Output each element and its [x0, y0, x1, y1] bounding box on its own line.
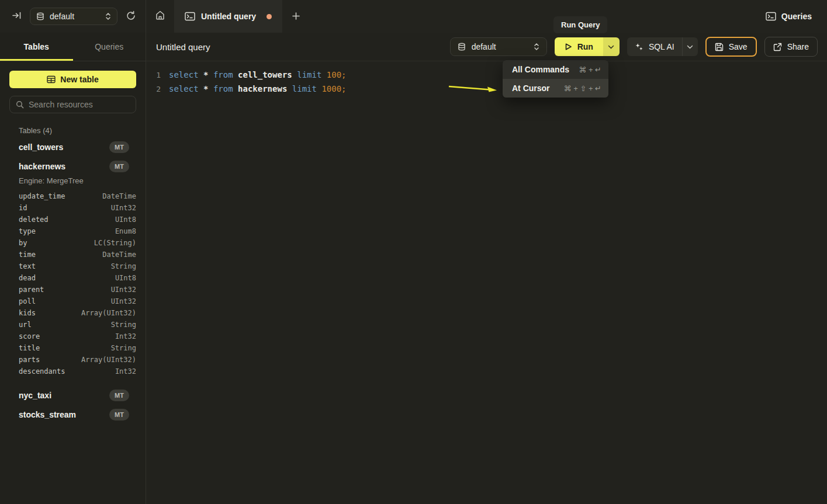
sql-editor[interactable]: 1select * from cell_towers limit 100;2se… — [146, 61, 827, 96]
code-token: limit — [297, 70, 321, 79]
column-row: byLC(String) — [0, 237, 146, 249]
table-name: hackernews — [19, 162, 65, 171]
code-token: ; — [341, 70, 346, 79]
queries-button[interactable]: Queries — [766, 12, 812, 21]
table-row[interactable]: nyc_taxiMT — [0, 385, 146, 405]
column-row: descendantsInt32 — [0, 366, 146, 377]
updown-chevron-icon — [105, 12, 111, 20]
sidebar: Tables Queries New table Tables (4) cell… — [0, 33, 146, 504]
column-row: parentUInt32 — [0, 284, 146, 296]
tab-untitled-query[interactable]: Untitled query — [174, 0, 282, 33]
sidebar-tab-queries[interactable]: Queries — [73, 33, 146, 61]
menu-item-shortcut: ⌘ + ⇧ + ↵ — [564, 84, 601, 93]
table-row[interactable]: stocks_streamMT — [0, 405, 146, 424]
app-root: default Untitled query — [0, 0, 827, 504]
column-type: UInt32 — [111, 204, 136, 212]
column-row: urlString — [0, 319, 146, 331]
menu-item-at-cursor[interactable]: At Cursor⌘ + ⇧ + ↵ — [503, 79, 608, 98]
collapse-sidebar-icon — [12, 11, 22, 22]
menu-item-label: At Cursor — [512, 84, 550, 93]
search-input[interactable] — [29, 100, 130, 109]
table-engine-label: Engine: MergeTree — [0, 176, 146, 190]
home-tab[interactable] — [146, 0, 174, 33]
database-icon — [36, 12, 44, 21]
new-tab-button[interactable] — [282, 0, 309, 33]
column-name: update_time — [19, 192, 65, 200]
new-table-button[interactable]: New table — [9, 71, 136, 88]
column-row: scoreInt32 — [0, 331, 146, 342]
code-line[interactable]: 2select * from hackernews limit 1000; — [146, 82, 827, 96]
column-type: Array(UInt32) — [81, 356, 136, 364]
line-number: 2 — [146, 85, 161, 93]
run-button[interactable]: Run — [555, 37, 620, 56]
table-name: nyc_taxi — [19, 391, 51, 400]
unsaved-dot — [267, 14, 272, 19]
column-row: deletedUInt8 — [0, 214, 146, 225]
toolbar-actions: default Run — [450, 37, 818, 57]
column-row: typeEnum8 — [0, 225, 146, 237]
column-row: kidsArray(UInt32) — [0, 307, 146, 319]
refresh-button[interactable] — [126, 11, 136, 23]
save-button-label: Save — [729, 42, 748, 51]
toolbar-database-select[interactable]: default — [450, 37, 547, 56]
column-type: Int32 — [115, 367, 136, 376]
code-token — [199, 84, 203, 93]
engine-badge: MT — [109, 390, 129, 401]
column-name: poll — [19, 297, 36, 305]
topbar: default Untitled query — [0, 0, 827, 33]
share-button-label: Share — [787, 42, 809, 51]
column-type: UInt32 — [111, 286, 136, 294]
column-type: String — [111, 262, 136, 270]
column-row: deadUInt8 — [0, 272, 146, 284]
code-text: select * from cell_towers limit 100; — [169, 70, 347, 79]
menu-item-all-commands[interactable]: All Commands⌘ + ↵ — [503, 60, 608, 79]
code-token: hackernews — [238, 84, 287, 93]
column-name: kids — [19, 309, 36, 317]
column-row: timeDateTime — [0, 249, 146, 260]
run-button-main[interactable]: Run — [555, 37, 603, 56]
run-query-tooltip: Run Query — [553, 16, 607, 33]
collapse-sidebar-button[interactable] — [12, 11, 22, 22]
page-title: Untitled query — [156, 42, 210, 52]
search-icon — [16, 100, 24, 109]
refresh-icon — [126, 11, 136, 23]
toolbar-database-value: default — [472, 42, 528, 51]
column-type: LC(String) — [94, 239, 136, 247]
share-button[interactable]: Share — [764, 37, 818, 57]
column-type: Enum8 — [115, 227, 136, 235]
column-name: deleted — [19, 215, 49, 224]
column-row: update_timeDateTime — [0, 190, 146, 202]
column-row: textString — [0, 260, 146, 272]
table-name: stocks_stream — [19, 410, 76, 419]
table-row[interactable]: cell_towersMT — [0, 137, 146, 157]
save-icon — [715, 43, 724, 51]
column-row: pollUInt32 — [0, 296, 146, 307]
save-button[interactable]: Save — [705, 37, 757, 57]
run-dropdown-menu: All Commands⌘ + ↵At Cursor⌘ + ⇧ + ↵ — [503, 60, 608, 98]
chevron-down-icon — [687, 45, 693, 49]
terminal-icon — [185, 12, 195, 21]
topbar-right: Queries — [766, 0, 827, 33]
code-token: from — [213, 84, 233, 93]
engine-badge: MT — [109, 141, 129, 153]
code-line[interactable]: 1select * from cell_towers limit 100; — [146, 68, 827, 82]
sql-ai-main[interactable]: SQL AI — [627, 37, 682, 56]
home-icon — [155, 10, 165, 23]
sql-ai-dropdown-toggle[interactable] — [682, 37, 698, 56]
column-type: DateTime — [102, 251, 136, 259]
code-token: from — [213, 70, 233, 79]
run-button-label: Run — [577, 42, 593, 51]
run-dropdown-toggle[interactable] — [603, 37, 620, 56]
terminal-icon — [766, 12, 776, 21]
column-name: title — [19, 344, 40, 352]
tab-label: Untitled query — [201, 12, 256, 21]
table-row[interactable]: hackernewsMT — [0, 157, 146, 176]
sidebar-tab-tables[interactable]: Tables — [0, 33, 73, 61]
queries-button-label: Queries — [781, 12, 812, 21]
sidebar-tabs: Tables Queries — [0, 33, 146, 61]
column-name: id — [19, 204, 27, 212]
topbar-database-select[interactable]: default — [30, 8, 117, 25]
sql-ai-button[interactable]: SQL AI — [627, 37, 698, 56]
tables-list: cell_towersMThackernewsMTEngine: MergeTr… — [0, 137, 146, 424]
topbar-database-value: default — [50, 12, 100, 21]
